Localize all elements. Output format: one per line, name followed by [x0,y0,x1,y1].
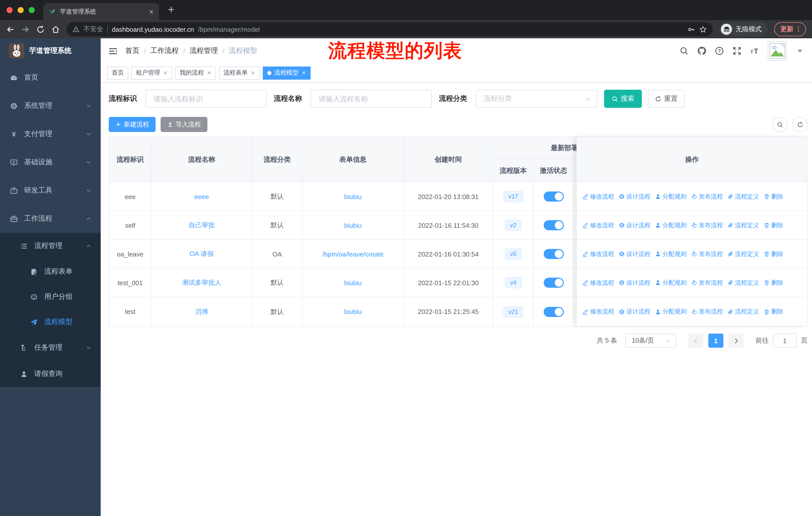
action-delete[interactable]: 删除 [764,250,783,258]
action-assign[interactable]: 分配规则 [655,250,687,258]
logo-row[interactable]: 芋道管理系统 [0,38,101,63]
status-toggle[interactable] [544,278,563,288]
form-info-link[interactable]: biubiu [344,308,361,316]
maximize-window-button[interactable] [29,7,35,13]
sidebar-item-task-mgmt[interactable]: 任务管理 [0,334,101,361]
model-name-link[interactable]: 滔博 [195,307,208,316]
update-chip[interactable]: 更新 [774,22,806,36]
action-delete[interactable]: 删除 [764,192,783,201]
hamburger-icon[interactable] [108,46,118,56]
action-definition[interactable]: 流程定义 [727,307,759,316]
close-tab-icon[interactable] [148,9,154,15]
form-info-link[interactable]: biubiu [344,221,361,229]
tag-home[interactable]: 首页 [107,66,128,79]
refresh-table-button[interactable] [792,117,808,132]
help-icon[interactable]: ? [715,46,724,55]
sidebar-item-process-form[interactable]: 流程表单 [0,259,101,284]
reset-button[interactable]: 重置 [648,90,685,108]
action-delete[interactable]: 删除 [764,278,783,287]
breadcrumb-item[interactable]: 流程管理 [190,46,218,55]
form-info-link[interactable]: biubiu [344,193,361,200]
action-publish[interactable]: 发布流程 [691,278,723,287]
breadcrumb-item[interactable]: 工作流程 [150,46,179,55]
model-name-link[interactable]: eeee [194,193,209,200]
close-window-button[interactable] [6,7,12,13]
forward-icon[interactable] [21,25,30,33]
new-tab-button[interactable] [167,5,175,13]
close-icon[interactable] [163,71,168,75]
tag-process-model[interactable]: 流程模型 [263,66,311,79]
action-design[interactable]: 设计流程 [619,221,650,229]
process-id-input[interactable] [153,95,259,103]
browser-tab[interactable]: 芋道管理系统 [43,3,159,20]
action-publish[interactable]: 发布流程 [691,221,723,229]
tag-tenant[interactable]: 租户管理 [132,66,172,79]
sidebar-item-system[interactable]: 系统管理 [0,92,101,120]
close-icon[interactable] [301,71,306,75]
sidebar-item-payment[interactable]: ¥ 支付管理 [0,120,101,148]
status-toggle[interactable] [544,191,563,201]
key-icon[interactable] [688,25,695,33]
sidebar-item-home[interactable]: 首页 [0,63,101,92]
category-select[interactable]: 流程分类 [476,90,597,108]
action-definition[interactable]: 流程定义 [727,192,759,201]
sidebar-item-user-group[interactable]: 用户分组 [0,284,101,309]
process-name-input[interactable] [319,95,424,103]
action-edit[interactable]: 修改流程 [582,192,614,201]
close-icon[interactable] [207,71,211,75]
action-delete[interactable]: 删除 [764,307,783,316]
action-definition[interactable]: 流程定义 [727,278,759,287]
search-icon[interactable] [679,46,689,55]
prev-page-button[interactable] [688,333,703,348]
sidebar-item-process-mgmt[interactable]: 流程管理 [0,233,101,259]
font-size-icon[interactable]: TT [750,46,759,55]
action-definition[interactable]: 流程定义 [727,221,759,229]
action-design[interactable]: 设计流程 [619,278,650,287]
search-button[interactable]: 搜索 [604,90,642,108]
action-design[interactable]: 设计流程 [619,192,650,201]
caret-down-icon[interactable] [795,46,805,55]
bookmark-star-icon[interactable] [699,25,707,33]
reload-icon[interactable] [36,25,45,33]
create-process-button[interactable]: 新建流程 [109,117,155,132]
action-edit[interactable]: 修改流程 [582,307,614,316]
minimize-window-button[interactable] [18,7,24,13]
action-publish[interactable]: 发布流程 [691,250,723,258]
action-publish[interactable]: 发布流程 [691,192,723,201]
breadcrumb-item[interactable]: 首页 [125,46,140,55]
browser-menu-icon[interactable] [795,26,802,33]
sidebar-item-infra[interactable]: 基础设施 [0,148,101,176]
fullscreen-icon[interactable] [732,46,742,55]
current-page[interactable]: 1 [708,333,723,348]
sidebar-item-workflow[interactable]: 工作流程 [0,205,101,233]
model-name-link[interactable]: OA 请假 [190,249,213,259]
sidebar-item-devtools[interactable]: 研发工具 [0,176,101,205]
action-assign[interactable]: 分配规则 [655,307,687,316]
status-toggle[interactable] [544,249,563,259]
action-edit[interactable]: 修改流程 [582,250,614,258]
sidebar-item-leave-query[interactable]: 请假查询 [0,361,101,387]
next-page-button[interactable] [728,333,744,348]
close-icon[interactable] [251,71,255,75]
github-icon[interactable] [697,46,706,55]
action-assign[interactable]: 分配规则 [655,278,687,287]
status-toggle[interactable] [544,220,563,230]
model-name-link[interactable]: 自己审批 [188,221,215,230]
action-assign[interactable]: 分配规则 [655,221,687,229]
user-avatar[interactable] [768,41,787,60]
import-process-button[interactable]: 导入流程 [161,117,207,132]
tag-my-process[interactable]: 我的流程 [175,66,216,79]
sidebar-item-process-model[interactable]: 流程模型 [0,309,101,334]
action-edit[interactable]: 修改流程 [582,221,614,229]
action-assign[interactable]: 分配规则 [655,192,687,201]
status-toggle[interactable] [544,307,563,317]
home-icon[interactable] [51,25,60,33]
model-name-link[interactable]: 测试多审批人 [182,278,221,287]
toggle-search-button[interactable] [772,117,787,132]
action-definition[interactable]: 流程定义 [727,250,759,258]
goto-page-input[interactable]: 1 [773,333,797,348]
form-info-link[interactable]: biubiu [344,279,361,287]
action-design[interactable]: 设计流程 [619,307,650,316]
action-delete[interactable]: 删除 [764,221,783,229]
form-info-link[interactable]: /bpm/oa/leave/create [322,250,384,258]
